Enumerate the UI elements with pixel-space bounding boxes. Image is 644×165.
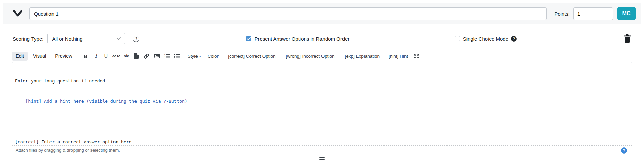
bold-icon: B bbox=[84, 53, 87, 59]
style-label: Style bbox=[188, 54, 198, 59]
single-choice-label: Single Choice Mode bbox=[463, 36, 508, 42]
question-editor-card: Points: MC Scoring Type: All or Nothing … bbox=[3, 3, 641, 165]
fullscreen-icon bbox=[414, 54, 419, 58]
link-icon bbox=[144, 53, 149, 59]
style-dropdown-button[interactable]: Style ▾ bbox=[185, 51, 204, 61]
question-type-badge: MC bbox=[617, 7, 636, 20]
scoring-type-label: Scoring Type: bbox=[13, 36, 43, 42]
ordered-list-button[interactable]: 1 2 bbox=[162, 51, 172, 61]
collapse-question-button[interactable] bbox=[12, 9, 23, 18]
color-button[interactable]: Color bbox=[205, 51, 222, 61]
fullscreen-button[interactable] bbox=[412, 51, 421, 61]
single-choice-checkbox[interactable] bbox=[455, 36, 460, 41]
correct-option-button[interactable]: [correct] Correct Option bbox=[225, 51, 278, 61]
hint-button[interactable]: [hint] Hint bbox=[386, 51, 411, 61]
single-choice-group: Single Choice Mode ? bbox=[455, 36, 517, 42]
tab-preview[interactable]: Preview bbox=[51, 52, 76, 61]
points-input[interactable] bbox=[573, 7, 613, 20]
ordered-list-icon: 1 2 bbox=[164, 54, 170, 59]
editor-toolbar: Edit Visual Preview B I U ““ </> bbox=[12, 51, 632, 61]
editor-line: Enter your long question if needed bbox=[15, 78, 629, 85]
image-icon bbox=[154, 54, 160, 58]
unordered-list-button[interactable] bbox=[172, 51, 182, 61]
italic-icon: I bbox=[95, 53, 97, 59]
unordered-list-icon bbox=[174, 54, 180, 59]
explanation-button[interactable]: [exp] Explanation bbox=[342, 51, 383, 61]
scoring-type-group: Scoring Type: All or Nothing ? bbox=[13, 33, 139, 44]
attach-files-hint: Attach files by dragging & dropping or s… bbox=[16, 148, 621, 153]
question-text-area[interactable]: Enter your long question if needed [hint… bbox=[12, 62, 632, 145]
incorrect-option-button[interactable]: [wrong] Incorrect Option bbox=[283, 51, 337, 61]
tab-edit[interactable]: Edit bbox=[12, 52, 28, 61]
question-title-input[interactable] bbox=[29, 7, 547, 20]
points-label: Points: bbox=[554, 11, 570, 17]
question-settings-row: Scoring Type: All or Nothing ? Present A… bbox=[3, 33, 641, 44]
code-button[interactable]: </> bbox=[122, 51, 131, 61]
quote-icon: ““ bbox=[112, 53, 120, 60]
trash-icon bbox=[623, 34, 631, 43]
random-order-checkbox[interactable] bbox=[246, 36, 251, 41]
code-icon: </> bbox=[124, 54, 129, 58]
scoring-type-select[interactable]: All or Nothing bbox=[47, 33, 125, 44]
file-icon bbox=[134, 53, 139, 59]
question-header: Points: MC bbox=[3, 3, 641, 24]
random-order-group: Present Answer Options in Random Order bbox=[246, 36, 349, 42]
resize-handle-icon[interactable] bbox=[319, 157, 325, 160]
markdown-editor: Enter your long question if needed [hint… bbox=[12, 62, 632, 162]
editor-box: Enter your long question if needed [hint… bbox=[12, 62, 632, 155]
caret-down-icon: ▾ bbox=[199, 54, 201, 58]
delete-question-button[interactable] bbox=[623, 34, 631, 43]
check-icon bbox=[247, 37, 251, 40]
editor-line: [correct] Enter a correct answer option … bbox=[15, 139, 629, 145]
scoring-type-value: All or Nothing bbox=[52, 36, 82, 42]
svg-text:2: 2 bbox=[164, 55, 165, 57]
link-button[interactable] bbox=[142, 51, 151, 61]
quote-button[interactable]: ““ bbox=[111, 51, 121, 61]
insert-image-button[interactable] bbox=[152, 51, 162, 61]
underline-icon: U bbox=[104, 53, 108, 59]
italic-button[interactable]: I bbox=[91, 51, 101, 61]
attach-files-footer: Attach files by dragging & dropping or s… bbox=[12, 145, 632, 155]
editor-resize-bar[interactable] bbox=[12, 155, 632, 162]
select-chevron-icon bbox=[117, 37, 121, 40]
attach-file-button[interactable] bbox=[132, 51, 141, 61]
random-order-label: Present Answer Options in Random Order bbox=[254, 36, 349, 42]
editor-help-icon[interactable]: ? bbox=[621, 147, 627, 154]
underline-button[interactable]: U bbox=[101, 51, 111, 61]
scoring-type-help-icon[interactable]: ? bbox=[133, 36, 139, 42]
editor-line bbox=[15, 118, 629, 125]
chevron-down-icon bbox=[13, 10, 23, 17]
editor-line: [hint] Add a hint here (visible during t… bbox=[15, 98, 629, 105]
single-choice-help-icon[interactable]: ? bbox=[511, 36, 517, 42]
tab-visual[interactable]: Visual bbox=[29, 52, 50, 61]
bold-button[interactable]: B bbox=[81, 51, 90, 61]
